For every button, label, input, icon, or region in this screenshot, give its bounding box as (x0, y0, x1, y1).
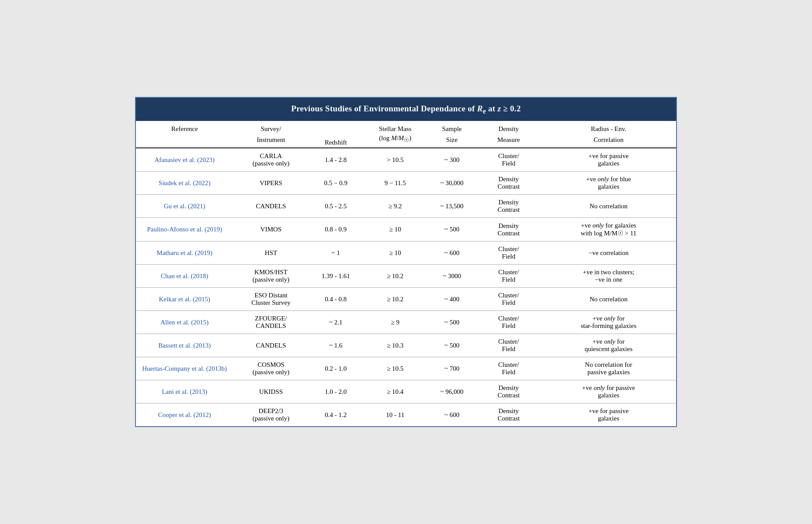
corr-cell: +ve only forquiescent galaxies (541, 334, 676, 357)
col-header-corr-1: Radius - Env. (541, 121, 676, 134)
survey-cell: KMOS/HST(passive only) (233, 265, 309, 288)
col-header-sample-2: Size (427, 134, 476, 148)
sample-cell: ~ 600 (427, 241, 476, 265)
table-row: Siudek et al. (2022)VIPERS0.5 − 0.99 − 1… (136, 172, 676, 195)
redshift-cell: 0.4 - 1.2 (309, 403, 363, 427)
col-header-survey-2: Instrument (233, 134, 309, 148)
redshift-cell: 0.5 − 0.9 (309, 172, 363, 195)
table-row: Chan et al. (2018)KMOS/HST(passive only)… (136, 265, 676, 288)
redshift-cell: 1.0 - 2.0 (309, 380, 363, 403)
density-cell: Cluster/Field (476, 311, 541, 334)
corr-cell: +ve for passivegalaxies (541, 403, 676, 427)
table-body: Afanasiev et al. (2023)CARLA(passive onl… (136, 148, 676, 427)
survey-cell: COSMOS(passive only) (233, 357, 309, 380)
table-row: Huertas-Company et al. (2013b)COSMOS(pas… (136, 357, 676, 380)
density-cell: DensityContrast (476, 403, 541, 427)
sample-cell: ~ 500 (427, 334, 476, 357)
corr-cell: +ve only for galaxieswith log M/M☉ > 11 (541, 218, 676, 241)
density-cell: DensityContrast (476, 218, 541, 241)
ref-cell: Matharu et al. (2019) (136, 241, 233, 265)
corr-cell: No correlation forpassive galaxies (541, 357, 676, 380)
table-row: Cooper et al. (2012)DEEP2/3(passive only… (136, 403, 676, 427)
mass-cell: ≥ 10.3 (363, 334, 427, 357)
sample-cell: ~ 600 (427, 403, 476, 427)
redshift-cell: ~ 1.6 (309, 334, 363, 357)
table-row: Gu et al. (2021)CANDELS0.5 - 2.5≥ 9.2~ 1… (136, 195, 676, 218)
mass-cell: ≥ 9 (363, 311, 427, 334)
ref-cell: Lani et al. (2013) (136, 380, 233, 403)
ref-cell: Huertas-Company et al. (2013b) (136, 357, 233, 380)
header-row-2: Instrument (log M/M☉) Size Measure Corre… (136, 134, 676, 148)
table-row: Paulino-Afonso et al. (2019)VIMOS0.8 - 0… (136, 218, 676, 241)
mass-cell: 10 - 11 (363, 403, 427, 427)
ref-cell: Cooper et al. (2012) (136, 403, 233, 427)
mass-cell: ≥ 10.2 (363, 265, 427, 288)
survey-cell: UKIDSS (233, 380, 309, 403)
corr-cell: +ve in two clusters;−ve in one (541, 265, 676, 288)
col-header-corr-2: Correlation (541, 134, 676, 148)
sample-cell: ~ 96,000 (427, 380, 476, 403)
col-header-ref-2 (136, 134, 233, 148)
redshift-cell: 1.39 - 1.61 (309, 265, 363, 288)
density-cell: Cluster/Field (476, 357, 541, 380)
density-cell: DensityContrast (476, 172, 541, 195)
ref-cell: Allen et al. (2015) (136, 311, 233, 334)
col-header-mass-1: Stellar Mass (363, 121, 427, 134)
corr-cell: +ve only for passivegalaxies (541, 380, 676, 403)
table-row: Matharu et al. (2019)HST~ 1≥ 10~ 600Clus… (136, 241, 676, 265)
ref-cell: Gu et al. (2021) (136, 195, 233, 218)
table-row: Afanasiev et al. (2023)CARLA(passive onl… (136, 148, 676, 172)
col-header-density-1: Density (476, 121, 541, 134)
sample-cell: ~ 30,000 (427, 172, 476, 195)
mass-cell: > 10.5 (363, 148, 427, 172)
corr-cell: +ve for passivegalaxies (541, 148, 676, 172)
data-table: Reference Survey/ Redshift Stellar Mass … (136, 121, 676, 426)
density-cell: Cluster/Field (476, 334, 541, 357)
redshift-cell: 0.5 - 2.5 (309, 195, 363, 218)
col-header-mass-2: (log M/M☉) (363, 134, 427, 148)
density-cell: Cluster/Field (476, 148, 541, 172)
density-cell: DensityContrast (476, 195, 541, 218)
table-row: Lani et al. (2013)UKIDSS1.0 - 2.0≥ 10.4~… (136, 380, 676, 403)
sample-cell: ~ 700 (427, 357, 476, 380)
survey-cell: DEEP2/3(passive only) (233, 403, 309, 427)
survey-cell: CARLA(passive only) (233, 148, 309, 172)
mass-cell: ≥ 10 (363, 218, 427, 241)
ref-cell: Afanasiev et al. (2023) (136, 148, 233, 172)
sample-cell: ~ 400 (427, 288, 476, 311)
density-cell: Cluster/Field (476, 265, 541, 288)
density-cell: DensityContrast (476, 380, 541, 403)
corr-cell: +ve only for bluegalaxies (541, 172, 676, 195)
corr-cell: No correlation (541, 288, 676, 311)
mass-cell: 9 − 11.5 (363, 172, 427, 195)
col-header-redshift: Redshift (309, 121, 363, 148)
mass-cell: ≥ 10.2 (363, 288, 427, 311)
col-header-density-2: Measure (476, 134, 541, 148)
ref-cell: Paulino-Afonso et al. (2019) (136, 218, 233, 241)
sample-cell: ~ 300 (427, 148, 476, 172)
header-row-1: Reference Survey/ Redshift Stellar Mass … (136, 121, 676, 134)
redshift-cell: 1.4 - 2.8 (309, 148, 363, 172)
sample-cell: ~ 500 (427, 218, 476, 241)
mass-cell: ≥ 10 (363, 241, 427, 265)
table-row: Allen et al. (2015)ZFOURGE/CANDELS~ 2.1≥… (136, 311, 676, 334)
survey-cell: VIPERS (233, 172, 309, 195)
mass-cell: ≥ 9.2 (363, 195, 427, 218)
col-header-reference: Reference (136, 121, 233, 134)
corr-cell: −ve correlation (541, 241, 676, 265)
redshift-cell: ~ 2.1 (309, 311, 363, 334)
main-container: Previous Studies of Environmental Depend… (135, 97, 677, 427)
ref-cell: Kelkar et al. (2015) (136, 288, 233, 311)
table-row: Kelkar et al. (2015)ESO DistantCluster S… (136, 288, 676, 311)
sample-cell: ~ 13,500 (427, 195, 476, 218)
survey-cell: VIMOS (233, 218, 309, 241)
sample-cell: ~ 500 (427, 311, 476, 334)
survey-cell: ESO DistantCluster Survey (233, 288, 309, 311)
table-title: Previous Studies of Environmental Depend… (136, 98, 676, 121)
col-header-survey-1: Survey/ (233, 121, 309, 134)
corr-cell: No correlation (541, 195, 676, 218)
mass-cell: ≥ 10.5 (363, 357, 427, 380)
table-row: Bassett et al. (2013)CANDELS~ 1.6≥ 10.3~… (136, 334, 676, 357)
redshift-cell: 0.8 - 0.9 (309, 218, 363, 241)
ref-cell: Siudek et al. (2022) (136, 172, 233, 195)
